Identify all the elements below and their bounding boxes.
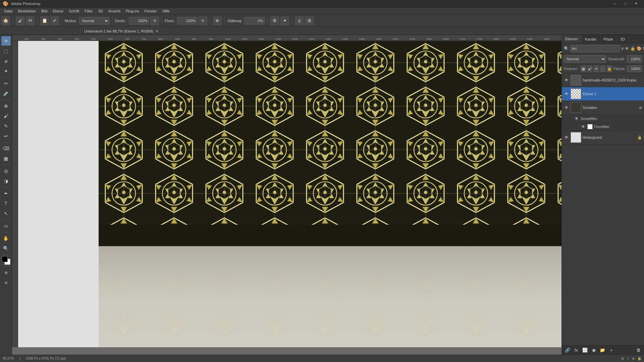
airbrush-button[interactable]: ⊕ bbox=[213, 16, 222, 25]
brush-size-button[interactable]: 94 bbox=[26, 16, 35, 25]
tab-ebenen[interactable]: Ebenen bbox=[562, 35, 582, 43]
lock-pixels-button[interactable]: 🖌 bbox=[587, 65, 592, 72]
flaeche-input[interactable] bbox=[627, 65, 642, 72]
tab-pfade[interactable]: Pfade bbox=[600, 35, 617, 43]
delete-layer-button[interactable]: 🗑 bbox=[635, 347, 642, 354]
mode-select[interactable]: Normal bbox=[79, 17, 109, 24]
color-indicator[interactable] bbox=[2, 256, 10, 265]
foreground-color[interactable] bbox=[2, 256, 8, 262]
extra-button[interactable]: ⊞ bbox=[305, 16, 314, 25]
minimize-button[interactable]: ─ bbox=[609, 0, 620, 7]
close-button[interactable]: ✕ bbox=[631, 0, 641, 7]
move-tool[interactable]: ✛ bbox=[1, 36, 11, 46]
status-icon-1: ⊞ bbox=[621, 357, 624, 360]
gradient-tool[interactable]: ▦ bbox=[1, 154, 11, 163]
dodge-tool[interactable]: ◑ bbox=[1, 176, 11, 186]
maximize-button[interactable]: □ bbox=[620, 0, 631, 7]
menu-item-3d[interactable]: 3D bbox=[96, 7, 106, 15]
add-mask-button[interactable]: ⬜ bbox=[581, 347, 589, 354]
layer-item-copy[interactable]: 👁 handmade-4926872_1920 Kopie bbox=[562, 73, 644, 87]
angle-button[interactable]: ✦ bbox=[280, 16, 289, 25]
clone-tool[interactable]: ✎ bbox=[1, 121, 11, 131]
layer-item-ebene1[interactable]: 👁 Ebene 1 bbox=[562, 87, 644, 101]
menu-item-bearbeiten[interactable]: Bearbeiten bbox=[15, 7, 39, 15]
lock-transparent-button[interactable]: ▦ bbox=[581, 65, 586, 72]
ruler-mark: 1800 bbox=[488, 38, 504, 41]
hand-tool[interactable]: ✋ bbox=[1, 234, 11, 243]
layer-visibility-toggle[interactable]: 👁 bbox=[574, 116, 579, 121]
add-style-button[interactable]: fx bbox=[573, 347, 580, 354]
menu-item-ansicht[interactable]: Ansicht bbox=[106, 7, 123, 15]
layer-search-input[interactable] bbox=[570, 45, 620, 52]
glaettung-input[interactable] bbox=[245, 17, 265, 24]
document-tab[interactable]: Unbenannt-1 bei 98,7% (Ebene 1, RGB/8) ✕ bbox=[80, 27, 162, 35]
add-layer-button[interactable]: ＋ bbox=[607, 347, 615, 354]
menu-item-ebene[interactable]: Ebene bbox=[50, 7, 66, 15]
layer-item-hintergrund[interactable]: 👁 Hintergrund 🔒 bbox=[562, 131, 644, 144]
settings-button[interactable]: ⚙ bbox=[270, 16, 279, 25]
brush-tool-button[interactable]: 📋 bbox=[40, 16, 49, 25]
eraser-tool[interactable]: ⌫ bbox=[1, 144, 11, 153]
fluss-input[interactable] bbox=[177, 17, 197, 24]
menu-item-bild[interactable]: Bild bbox=[39, 7, 50, 15]
layer-visibility-toggle[interactable]: 👁 bbox=[564, 91, 569, 97]
layer-lock-filter[interactable]: 🔒 bbox=[630, 45, 635, 52]
layer-visibility-toggle[interactable]: 👁 bbox=[564, 77, 569, 83]
menu-item-schrift[interactable]: Schrift bbox=[66, 7, 82, 15]
ruler-mark: 1600 bbox=[421, 38, 437, 41]
menu-item-filter[interactable]: Filter bbox=[82, 7, 95, 15]
link-layers-button[interactable]: 🔗 bbox=[564, 347, 571, 354]
layer-item-schatten[interactable]: 👁 Schatten ⊕ bbox=[562, 101, 644, 115]
history-tool[interactable]: ↩ bbox=[1, 131, 11, 141]
pen-tool[interactable]: ✒ bbox=[1, 189, 11, 198]
menu-item-hilfe[interactable]: Hilfe bbox=[160, 7, 172, 15]
add-adjustment-button[interactable]: ◉ bbox=[590, 347, 597, 354]
menu-item-datei[interactable]: Datei bbox=[1, 7, 15, 15]
selection-tool[interactable]: ⬚ bbox=[1, 46, 11, 56]
brush-settings-button[interactable]: ✔ bbox=[50, 16, 59, 25]
menu-item-fenster[interactable]: Fenster bbox=[142, 7, 160, 15]
home-button[interactable]: 🏠 bbox=[1, 16, 10, 25]
canvas-area[interactable]: 400 450 500 550 600 650 700 750 800 850 … bbox=[12, 35, 561, 355]
spot-heal-tool[interactable]: ⊕ bbox=[1, 101, 11, 111]
deckkraft-icon[interactable]: ≡ bbox=[150, 16, 159, 25]
tab-close-button[interactable]: ✕ bbox=[155, 29, 159, 34]
canvas-content[interactable] bbox=[18, 41, 561, 347]
crop-tool[interactable]: ✂ bbox=[1, 79, 11, 88]
deckkraft-input[interactable] bbox=[129, 17, 149, 24]
lock-position-button[interactable]: ✛ bbox=[594, 65, 599, 72]
search-icon: 🔍 bbox=[564, 46, 569, 51]
ruler-mark: 550 bbox=[68, 38, 85, 41]
path-selection-tool[interactable]: ↖ bbox=[1, 209, 11, 218]
lock-all-button[interactable]: 🔒 bbox=[607, 65, 612, 72]
brush-preset-button[interactable]: 🖌 bbox=[16, 16, 24, 25]
tab-kanaele[interactable]: Kanäle bbox=[582, 35, 600, 43]
brush-tool[interactable]: 🖌 bbox=[1, 111, 11, 121]
formfilter-item[interactable]: 👁 Formfilter bbox=[562, 123, 644, 131]
sublayer-name: Formfilter bbox=[594, 125, 609, 129]
symmetry-button[interactable]: ⧖ bbox=[295, 16, 304, 25]
blur-tool[interactable]: ◎ bbox=[1, 166, 11, 176]
layer-visible-filter[interactable]: 👁 bbox=[625, 45, 629, 52]
layer-visibility-toggle[interactable]: 👁 bbox=[564, 105, 569, 110]
smartfilter-item[interactable]: 👁 Smartfilter bbox=[562, 115, 644, 123]
shape-tool[interactable]: ▭ bbox=[1, 221, 11, 231]
lasso-tool[interactable]: ⌀ bbox=[1, 56, 11, 66]
magic-wand-tool[interactable]: ✦ bbox=[1, 66, 11, 76]
deckkraft-input[interactable] bbox=[627, 55, 642, 63]
layer-visibility-toggle[interactable]: 👁 bbox=[581, 124, 586, 129]
artboard-tool[interactable]: ⊟ bbox=[1, 278, 11, 287]
blend-mode-select[interactable]: Normal bbox=[564, 55, 606, 63]
fluss-icon[interactable]: ≡ bbox=[199, 16, 207, 25]
add-group-button[interactable]: 📁 bbox=[599, 347, 606, 354]
layer-type-filter[interactable]: ≡ bbox=[621, 45, 624, 52]
layer-visibility-toggle[interactable]: 👁 bbox=[564, 135, 569, 140]
text-tool[interactable]: T bbox=[1, 199, 11, 208]
menu-item-plug-ins[interactable]: Plug-ins bbox=[123, 7, 142, 15]
layer-color-filter[interactable]: 🎨 bbox=[637, 45, 642, 52]
lock-artboard-button[interactable]: ⬚ bbox=[600, 65, 605, 72]
tab-3d[interactable]: 3D bbox=[617, 35, 629, 43]
zoom-tool[interactable]: 🔍 bbox=[1, 244, 11, 253]
screen-mode-button[interactable]: ⊞ bbox=[1, 268, 11, 277]
eyedropper-tool[interactable]: 💉 bbox=[1, 89, 11, 98]
